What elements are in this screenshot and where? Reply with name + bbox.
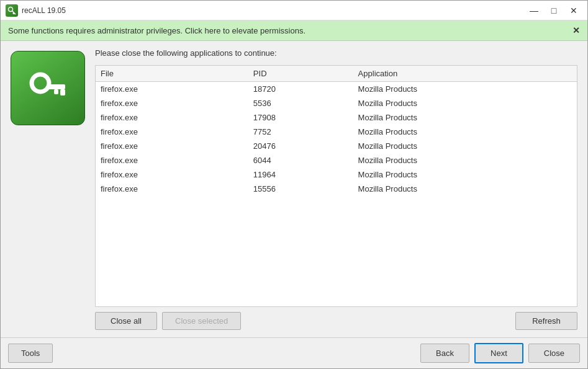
notification-text: Some functions requires administrator pr… (8, 26, 305, 35)
close-selected-button[interactable]: Close selected (162, 312, 241, 330)
cell-application: Mozilla Products (353, 125, 577, 139)
close-button[interactable]: Close (528, 344, 580, 363)
svg-rect-7 (54, 89, 58, 94)
app-icon (11, 51, 85, 125)
table-row[interactable]: firefox.exe 18720 Mozilla Products (96, 82, 577, 97)
col-header-application: Application (353, 66, 577, 82)
cell-file: firefox.exe (96, 139, 248, 153)
col-header-pid: PID (248, 66, 353, 82)
action-button-row: Close all Close selected Refresh (95, 312, 577, 330)
main-section: Please close the following applications … (11, 48, 577, 330)
cell-file: firefox.exe (96, 96, 248, 110)
cell-pid: 20476 (248, 139, 353, 153)
app-icon-title (6, 4, 18, 17)
table-body: firefox.exe 18720 Mozilla Products firef… (96, 82, 577, 197)
svg-point-0 (9, 7, 13, 11)
table-row[interactable]: firefox.exe 17908 Mozilla Products (96, 110, 577, 125)
window-close-button[interactable]: ✕ (565, 4, 582, 17)
next-button[interactable]: Next (474, 343, 523, 363)
table-row[interactable]: firefox.exe 15556 Mozilla Products (96, 182, 577, 196)
right-section: Please close the following applications … (95, 48, 577, 330)
cell-pid: 17908 (248, 110, 353, 125)
tools-button[interactable]: Tools (8, 344, 53, 363)
svg-rect-6 (60, 89, 65, 96)
notification-close-button[interactable]: ✕ (572, 25, 580, 35)
svg-point-4 (32, 74, 49, 92)
cell-application: Mozilla Products (353, 167, 577, 182)
table-row[interactable]: firefox.exe 20476 Mozilla Products (96, 139, 577, 153)
bottom-bar: Tools Back Next Close (1, 337, 587, 368)
instruction-text: Please close the following applications … (95, 48, 577, 58)
table-row[interactable]: firefox.exe 6044 Mozilla Products (96, 153, 577, 167)
cell-pid: 15556 (248, 182, 353, 196)
cell-pid: 11964 (248, 167, 353, 182)
cell-application: Mozilla Products (353, 82, 577, 97)
refresh-button[interactable]: Refresh (515, 312, 577, 330)
cell-application: Mozilla Products (353, 110, 577, 125)
title-bar-controls: — □ ✕ (525, 4, 582, 17)
cell-application: Mozilla Products (353, 96, 577, 110)
cell-pid: 6044 (248, 153, 353, 167)
back-button[interactable]: Back (420, 344, 469, 363)
cell-file: firefox.exe (96, 125, 248, 139)
table-row[interactable]: firefox.exe 7752 Mozilla Products (96, 125, 577, 139)
cell-file: firefox.exe (96, 182, 248, 196)
notification-bar[interactable]: Some functions requires administrator pr… (1, 20, 587, 41)
cell-file: firefox.exe (96, 110, 248, 125)
content-area: Please close the following applications … (1, 41, 587, 337)
title-bar: recALL 19.05 — □ ✕ (1, 1, 587, 20)
close-all-button[interactable]: Close all (95, 312, 157, 330)
table-row[interactable]: firefox.exe 11964 Mozilla Products (96, 167, 577, 182)
app-icon-area (11, 48, 85, 330)
table-header-row: File PID Application (96, 66, 577, 82)
cell-application: Mozilla Products (353, 182, 577, 196)
cell-pid: 7752 (248, 125, 353, 139)
cell-application: Mozilla Products (353, 153, 577, 167)
cell-pid: 18720 (248, 82, 353, 97)
applications-table: File PID Application firefox.exe 18720 M… (96, 66, 577, 196)
cell-pid: 5536 (248, 96, 353, 110)
svg-rect-5 (47, 84, 65, 89)
cell-file: firefox.exe (96, 153, 248, 167)
applications-table-container[interactable]: File PID Application firefox.exe 18720 M… (95, 65, 577, 307)
main-window: recALL 19.05 — □ ✕ Some functions requir… (0, 0, 588, 369)
window-title: recALL 19.05 (22, 6, 525, 15)
table-row[interactable]: firefox.exe 5536 Mozilla Products (96, 96, 577, 110)
cell-file: firefox.exe (96, 82, 248, 97)
maximize-button[interactable]: □ (545, 4, 563, 17)
key-icon (25, 66, 70, 110)
cell-file: firefox.exe (96, 167, 248, 182)
minimize-button[interactable]: — (525, 4, 543, 17)
col-header-file: File (96, 66, 248, 82)
cell-application: Mozilla Products (353, 139, 577, 153)
